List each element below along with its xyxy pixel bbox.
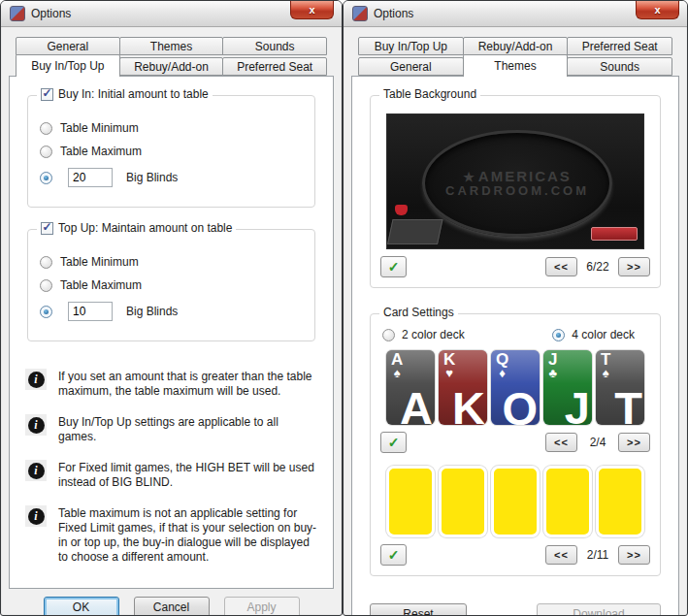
- card-queen-diamonds: Q ♦ Q: [491, 350, 540, 425]
- tab-buy-in-top-up[interactable]: Buy In/Top Up: [16, 54, 120, 77]
- poker-table-oval: ★AMERICAS CARDROOM.COM: [422, 130, 612, 237]
- top-up-table-maximum-label: Table Maximum: [60, 278, 142, 292]
- card-backs-next-button[interactable]: >>: [618, 545, 650, 565]
- four-color-deck-label: 4 color deck: [572, 328, 635, 341]
- buy-in-checkbox[interactable]: ✓: [41, 88, 53, 101]
- table-watermark: ★AMERICAS CARDROOM.COM: [445, 170, 589, 198]
- top-up-amount-input[interactable]: [68, 302, 113, 321]
- close-icon: x: [309, 4, 314, 16]
- top-up-groupbox: ✓ Top Up: Maintain amount on table Table…: [27, 229, 315, 341]
- star-icon: ★: [463, 170, 476, 184]
- ok-button[interactable]: OK: [44, 597, 119, 616]
- buy-in-big-blinds-row[interactable]: Big Blinds: [40, 168, 303, 187]
- card-faces-prev-button[interactable]: <<: [545, 433, 577, 452]
- close-button[interactable]: x: [290, 1, 334, 19]
- four-color-deck-option[interactable]: 4 color deck: [552, 328, 635, 341]
- tab-themes[interactable]: Themes: [119, 37, 224, 55]
- close-button[interactable]: x: [636, 1, 679, 19]
- radio-selected-icon[interactable]: [40, 306, 52, 318]
- tab-preferred-seat[interactable]: Preferred Seat: [222, 57, 327, 76]
- card-faces-select-button[interactable]: ✓: [380, 432, 407, 453]
- card-backs-prev-button[interactable]: <<: [545, 545, 577, 565]
- card-settings-label: Card Settings: [383, 306, 454, 319]
- cancel-button[interactable]: Cancel: [134, 597, 210, 616]
- card-king-hearts: K ♥ K: [439, 350, 487, 425]
- tab-row-back: Buy In/Top Up Rebuy/Add-on Preferred Sea…: [351, 37, 679, 55]
- download-button: Download: [537, 603, 661, 616]
- tab-general[interactable]: General: [358, 57, 464, 76]
- card-backs-select-button[interactable]: ✓: [380, 544, 407, 566]
- top-up-label: Top Up: Maintain amount on table: [58, 221, 232, 235]
- options-window-buyin: Options x General Themes Sounds Buy In/T…: [0, 0, 343, 616]
- note-text: If you set an amount that is greater tha…: [58, 369, 317, 399]
- checkbox-check-icon: ✓: [42, 87, 51, 99]
- window-title: Options: [31, 7, 71, 20]
- tab-sounds[interactable]: Sounds: [567, 57, 672, 76]
- radio-unselected-icon[interactable]: [382, 329, 395, 341]
- reset-button[interactable]: Reset: [370, 603, 467, 616]
- tab-rebuy-add-on[interactable]: Rebuy/Add-on: [119, 57, 224, 76]
- tab-strip: Buy In/Top Up Rebuy/Add-on Preferred Sea…: [351, 37, 679, 76]
- top-up-unit-label: Big Blinds: [126, 305, 178, 318]
- radio-unselected-icon[interactable]: [40, 256, 52, 269]
- apply-button: Apply: [224, 597, 300, 616]
- card-back: [386, 466, 435, 537]
- table-background-groupbox: Table Background ★AMERICAS CARDROOM.COM: [370, 95, 661, 288]
- diamond-icon: ♦: [496, 368, 508, 378]
- radio-selected-icon[interactable]: [40, 172, 52, 184]
- titlebar[interactable]: Options x: [344, 1, 687, 27]
- tab-themes[interactable]: Themes: [463, 54, 569, 77]
- table-background-controls: ✓ << 6/22 >>: [380, 256, 650, 277]
- card-jack-clubs: J ♣ J: [543, 350, 592, 425]
- buy-in-table-maximum-row[interactable]: Table Maximum: [40, 145, 303, 158]
- tab-rebuy-add-on[interactable]: Rebuy/Add-on: [463, 37, 569, 55]
- info-icon: i: [28, 463, 45, 479]
- tab-row-front: General Themes Sounds: [351, 54, 679, 76]
- tab-row-front: Buy In/Top Up Rebuy/Add-on Preferred Sea…: [9, 54, 334, 76]
- spade-icon: ♠: [601, 368, 610, 378]
- table-background-select-button[interactable]: ✓: [380, 256, 407, 277]
- buy-in-amount-input[interactable]: [68, 168, 113, 187]
- top-up-big-blinds-row[interactable]: Big Blinds: [40, 302, 303, 321]
- tab-general[interactable]: General: [16, 37, 120, 55]
- spade-icon: ♠: [391, 368, 403, 378]
- tab-strip: General Themes Sounds Buy In/Top Up Rebu…: [9, 37, 334, 76]
- buy-in-groupbox: ✓ Buy In: Initial amount to table Table …: [27, 95, 315, 208]
- table-background-next-button[interactable]: >>: [618, 257, 650, 276]
- window-body: General Themes Sounds Buy In/Top Up Rebu…: [1, 27, 342, 616]
- card-backs-controls: ✓ << 2/11 >>: [380, 544, 650, 566]
- tab-preferred-seat[interactable]: Preferred Seat: [567, 37, 672, 55]
- card-back: [596, 466, 644, 537]
- tab-sounds[interactable]: Sounds: [222, 37, 327, 55]
- buy-in-legend: ✓ Buy In: Initial amount to table: [37, 87, 213, 101]
- top-up-table-minimum-row[interactable]: Table Minimum: [40, 255, 303, 269]
- table-background-prev-button[interactable]: <<: [545, 257, 577, 276]
- card-faces-next-button[interactable]: >>: [618, 433, 650, 452]
- note-fixed-limit: i For Fixed limit games, the HIGH BET wi…: [25, 460, 317, 490]
- radio-unselected-icon[interactable]: [40, 279, 52, 292]
- card-faces-pager-text: 2/4: [577, 436, 618, 449]
- app-icon: [10, 6, 25, 21]
- radio-unselected-icon[interactable]: [40, 146, 52, 158]
- buy-in-top-up-panel: ✓ Buy In: Initial amount to table Table …: [9, 76, 334, 589]
- tab-buy-in-top-up[interactable]: Buy In/Top Up: [358, 37, 464, 55]
- two-color-deck-option[interactable]: 2 color deck: [382, 328, 465, 341]
- window-body: Buy In/Top Up Rebuy/Add-on Preferred Sea…: [344, 27, 687, 616]
- card-faces-preview: A ♠ A K ♥ K: [380, 350, 650, 425]
- check-icon: ✓: [388, 435, 400, 450]
- note-text: For Fixed limit games, the HIGH BET will…: [58, 460, 317, 490]
- buy-in-table-maximum-label: Table Maximum: [60, 145, 142, 158]
- info-icon: i: [28, 417, 45, 434]
- window-title: Options: [374, 7, 413, 20]
- heart-icon: ♥: [443, 368, 455, 378]
- card-settings-groupbox: Card Settings 2 color deck 4 color deck: [370, 313, 661, 576]
- top-up-checkbox[interactable]: ✓: [41, 222, 53, 235]
- themes-panel: Table Background ★AMERICAS CARDROOM.COM: [351, 76, 679, 616]
- radio-selected-icon[interactable]: [552, 329, 565, 341]
- top-up-legend: ✓ Top Up: Maintain amount on table: [37, 221, 236, 235]
- dialog-buttons: OK Cancel Apply: [9, 597, 334, 616]
- radio-unselected-icon[interactable]: [40, 122, 52, 135]
- titlebar[interactable]: Options x: [1, 1, 342, 27]
- buy-in-table-minimum-row[interactable]: Table Minimum: [40, 121, 303, 135]
- top-up-table-maximum-row[interactable]: Table Maximum: [40, 278, 303, 292]
